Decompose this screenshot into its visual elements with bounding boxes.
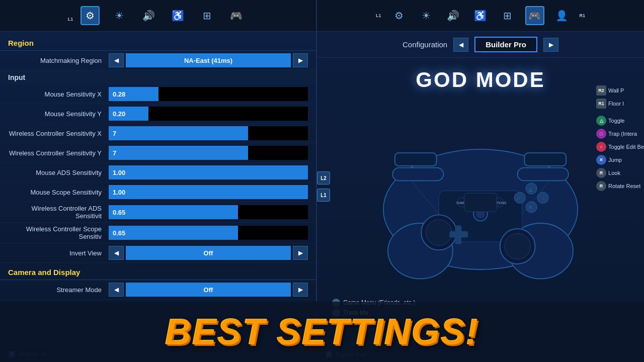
left-side-badges: L2 L1 [317, 171, 330, 202]
wc-sens-y-filled: 7 [109, 146, 248, 160]
right-nav-layout[interactable]: ⊞ [498, 6, 517, 25]
wc-scope-filled: 0.65 [109, 226, 238, 240]
nav-icon-accessibility[interactable]: ♿ [168, 6, 187, 25]
svg-rect-5 [395, 153, 437, 166]
wc-ads-label: Wireless Controller ADS Sensitivit [8, 205, 109, 220]
trap-text: Trap (Intera [608, 131, 637, 137]
mouse-scope-label: Mouse Scope Sensitivity [8, 189, 109, 196]
right-nav-controller[interactable]: 🎮 [525, 6, 544, 25]
mouse-ads-filled: 1.00 [109, 165, 308, 179]
nav-icon-layout[interactable]: ⊞ [197, 6, 216, 25]
look-text: Look [608, 170, 620, 176]
circle-icon: ○ [596, 142, 606, 152]
svg-point-11 [505, 233, 531, 259]
cross-icon: ✕ [596, 155, 606, 165]
svg-rect-6 [524, 153, 566, 166]
wc-sens-x-bar[interactable]: 7 [109, 126, 308, 140]
config-row: Configuration ◀ Builder Pro ▶ [317, 32, 644, 58]
matchmaking-control: ◀ NA-East (41ms) ▶ [109, 53, 308, 67]
matchmaking-next[interactable]: ▶ [293, 53, 308, 67]
svg-point-9 [426, 219, 452, 245]
left-nav-l1: L1 [68, 17, 73, 22]
wc-scope-control: 0.65 [109, 226, 308, 240]
svg-rect-28 [464, 193, 497, 212]
config-value: Builder Pro [474, 37, 537, 52]
r1-icon: R1 [596, 99, 606, 109]
nav-icon-brightness[interactable]: ☀ [110, 6, 129, 25]
god-mode-title: GOD MODE [416, 68, 545, 92]
mouse-sens-x-filled: 0.28 [109, 87, 158, 101]
floor-text: Floor l [608, 101, 624, 107]
config-label: Configuration [403, 40, 447, 49]
streamer-mode-value: Off [126, 283, 291, 297]
mouse-scope-row: Mouse Scope Sensitivity 1.00 [0, 183, 316, 202]
right-nav-sound[interactable]: 🔊 [444, 6, 463, 25]
wc-ads-empty [238, 205, 308, 219]
l1-badge: L1 [317, 189, 330, 202]
wc-scope-row: Wireless Controller Scope Sensitiv 0.65 [0, 223, 316, 243]
mouse-sens-y-label: Mouse Sensitivity Y [8, 110, 109, 118]
streamer-mode-prev[interactable]: ◀ [109, 283, 124, 297]
best-settings-overlay: BEST SETTINGS! [0, 302, 644, 362]
nav-icon-sound[interactable]: 🔊 [139, 6, 158, 25]
right-top-nav: L1 ⚙ ☀ 🔊 ♿ ⊞ 🎮 👤 R1 [317, 0, 644, 32]
streamer-mode-next[interactable]: ▶ [293, 283, 308, 297]
config-prev[interactable]: ◀ [453, 38, 468, 52]
triangle-text: Toggle [608, 118, 624, 124]
matchmaking-row: Matchmaking Region ◀ NA-East (41ms) ▶ [0, 51, 316, 70]
r1-floor-label: R1 Floor l [596, 99, 644, 109]
right-nav-brightness[interactable]: ☀ [417, 6, 436, 25]
wc-sens-y-bar[interactable]: 7 [109, 146, 308, 160]
right-nav-settings[interactable]: ⚙ [389, 6, 409, 25]
nav-icon-controller[interactable]: 🎮 [226, 6, 246, 25]
wc-ads-row: Wireless Controller ADS Sensitivit 0.65 [0, 202, 316, 223]
mouse-sens-y-bar[interactable]: 0.20 [109, 107, 308, 121]
controller-area: GOD MODE L2 L1 [317, 58, 644, 342]
wc-ads-filled: 0.65 [109, 205, 238, 219]
invert-view-control: ◀ Off ▶ [109, 246, 308, 260]
svg-rect-3 [392, 167, 443, 180]
triangle-icon: △ [596, 116, 606, 126]
streamer-mode-label: Streamer Mode [8, 286, 109, 294]
wc-scope-label: Wireless Controller Scope Sensitiv [8, 225, 109, 240]
wc-sens-x-filled: 7 [109, 126, 248, 140]
r-look-icon: R [596, 168, 606, 178]
wc-ads-control: 0.65 [109, 205, 308, 219]
r-look-label: R Look [596, 168, 644, 178]
right-nav-accessibility[interactable]: ♿ [471, 6, 490, 25]
r2-icon: R2 [596, 85, 606, 96]
svg-text:□: □ [517, 196, 520, 201]
invert-view-next[interactable]: ▶ [293, 246, 308, 260]
config-next[interactable]: ▶ [543, 38, 558, 52]
best-settings-text: BEST SETTINGS! [165, 311, 479, 352]
cross-jump-label: ✕ Jump [596, 155, 644, 165]
square-icon: □ [596, 129, 606, 139]
section-input: Input [0, 70, 316, 84]
mouse-scope-bar[interactable]: 1.00 [109, 185, 308, 199]
wc-sens-x-label: Wireless Controller Sensitivity X [8, 130, 109, 137]
rotate-text: Rotate Reset [608, 183, 640, 189]
right-nav-profile[interactable]: 👤 [552, 6, 572, 25]
invert-view-prev[interactable]: ◀ [109, 246, 124, 260]
mouse-sens-x-label: Mouse Sensitivity X [8, 90, 109, 98]
mouse-sens-y-empty [148, 107, 308, 121]
wc-scope-bar[interactable]: 0.65 [109, 226, 308, 240]
mouse-sens-y-filled: 0.20 [109, 107, 148, 121]
right-side-labels: R2 Wall P R1 Floor l △ Toggle □ Trap (In… [596, 85, 644, 191]
nav-icon-settings[interactable]: ⚙ [80, 6, 100, 25]
mouse-ads-bar[interactable]: 1.00 [109, 165, 308, 179]
toggle-edit-text: Toggle Edit Be [608, 144, 644, 150]
controller-svg: △ ○ ✕ □ SHARE OPTIONS [365, 120, 596, 281]
svg-text:△: △ [529, 187, 532, 192]
mouse-sens-y-row: Mouse Sensitivity Y 0.20 [0, 104, 316, 124]
mouse-sens-x-bar[interactable]: 0.28 [109, 87, 308, 101]
matchmaking-prev[interactable]: ◀ [109, 53, 124, 67]
wc-ads-bar[interactable]: 0.65 [109, 205, 308, 219]
matchmaking-value: NA-East (41ms) [126, 53, 291, 67]
section-region: Region [0, 36, 316, 51]
streamer-mode-control: ◀ Off ▶ [109, 283, 308, 297]
section-camera: Camera and Display [0, 265, 316, 280]
invert-view-value: Off [126, 246, 291, 260]
r-rotate-icon: R [596, 181, 606, 191]
square-trap-label: □ Trap (Intera [596, 129, 644, 139]
